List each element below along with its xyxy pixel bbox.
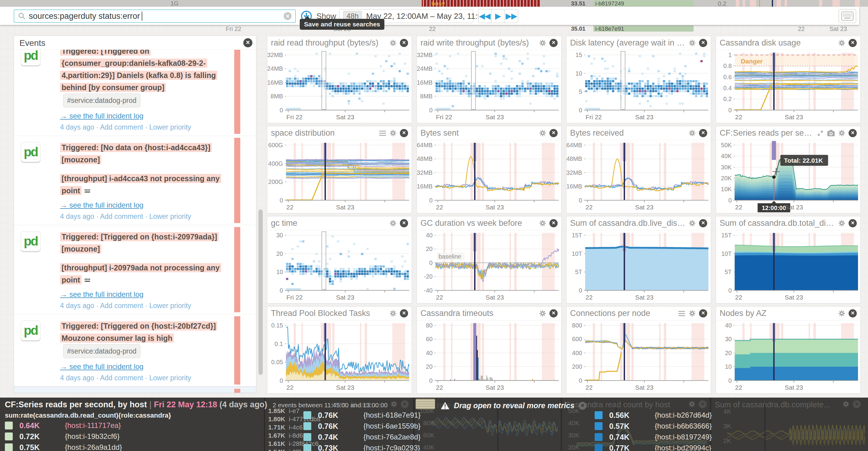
event-search-input[interactable]: sources:pagerduty status:error ×: [14, 9, 296, 23]
close-icon[interactable]: ×: [699, 400, 707, 408]
chart-plot-cassandra-timeouts[interactable]: 02040608022Sat 23: [417, 321, 561, 393]
drag-handle[interactable]: [416, 399, 435, 409]
legend-row[interactable]: 0.74K{host:i-76a2ae8d}: [303, 431, 421, 443]
close-icon[interactable]: ×: [243, 38, 252, 47]
gear-icon[interactable]: [539, 219, 547, 227]
more-icon[interactable]: [85, 279, 90, 282]
close-icon[interactable]: ×: [400, 129, 408, 137]
legend-row[interactable]: 0.72K{host:i-19b32cf6}: [5, 431, 122, 442]
gear-icon[interactable]: [842, 400, 850, 408]
chart-plot-sum-total-disk[interactable]: 05T10T15T22Sat 23: [716, 230, 860, 303]
event-tag[interactable]: #service:datadog-prod: [63, 93, 141, 108]
event-meta[interactable]: 4 days ago · Add comment · Lower priorit…: [60, 123, 229, 131]
close-icon[interactable]: ×: [848, 309, 857, 318]
keyboard-shortcuts-icon[interactable]: [839, 9, 856, 23]
gear-icon[interactable]: [688, 39, 696, 47]
legend-row[interactable]: 0.75K{host:i-26a9a1dd}: [5, 442, 122, 451]
svg-text:10T: 10T: [721, 250, 732, 257]
gear-icon[interactable]: [838, 219, 845, 227]
event-item[interactable]: pdTriggered: [Triggered on {host:i-20979…: [14, 225, 256, 314]
legend-row[interactable]: 0.76K{host:i-6ae1559b}: [303, 421, 421, 431]
gear-icon[interactable]: [688, 400, 696, 408]
time-forward-button[interactable]: ▶▶: [505, 9, 518, 23]
close-icon[interactable]: ×: [699, 39, 707, 47]
close-icon[interactable]: ×: [699, 129, 707, 137]
close-icon[interactable]: ×: [848, 219, 857, 227]
chart-plot-nodes-by-az[interactable]: 01020304022Sat 23: [716, 321, 860, 393]
close-icon[interactable]: ×: [400, 219, 408, 227]
gear-icon[interactable]: [389, 39, 397, 47]
gear-icon[interactable]: [389, 219, 397, 227]
chart-plot-bytes-sent[interactable]: 016MB32MB48MB64MB22Sat 23: [417, 140, 561, 213]
chart-plot-sum-live-disk[interactable]: 05T10T15T22Sat 23: [566, 230, 711, 303]
legend-row[interactable]: 0.64K{host:i-111717ea}: [5, 420, 122, 431]
chart-plot-raid-read-throughput[interactable]: 08MB16MB24MB32MBFri 22Sat 23: [267, 50, 412, 123]
close-icon[interactable]: ×: [853, 400, 861, 408]
gear-icon[interactable]: [838, 309, 845, 317]
chart-plot-gc-duration-vs-week[interactable]: -40-2002040baseline22Sat 23: [417, 230, 561, 303]
gear-icon[interactable]: [688, 309, 696, 317]
gear-icon[interactable]: [539, 309, 547, 317]
incident-log-link[interactable]: → see the full incident log: [60, 290, 229, 299]
list-icon[interactable]: [379, 130, 386, 137]
close-icon[interactable]: ×: [699, 219, 707, 227]
legend-row[interactable]: 0.73K{host:i-7c9a0293}: [303, 443, 421, 451]
incident-log-link[interactable]: → see the full incident log: [60, 362, 229, 371]
drag-open-banner[interactable]: Drag open to reveal more metrics ×: [440, 401, 586, 410]
more-icon[interactable]: [85, 189, 90, 193]
close-icon[interactable]: ×: [699, 309, 707, 318]
event-item[interactable]: pdTriggered: [Triggered on {consumer_gro…: [14, 387, 256, 393]
close-icon[interactable]: ×: [401, 400, 409, 408]
close-icon[interactable]: ×: [400, 39, 408, 47]
chart-plot-cassandra-disk-usage[interactable]: 00.20.40.60.81Danger22Sat 23: [716, 50, 860, 123]
close-icon[interactable]: ×: [550, 309, 558, 318]
gear-icon[interactable]: [539, 129, 547, 137]
gear-icon[interactable]: [389, 129, 397, 137]
legend-row[interactable]: 0.76K{host:i-618e7e91}: [303, 410, 421, 421]
gear-icon[interactable]: [688, 219, 696, 227]
event-item[interactable]: pdTriggered: [No data on {host:i-ad4cca4…: [14, 136, 256, 225]
gear-icon[interactable]: [390, 400, 398, 408]
close-icon[interactable]: ×: [848, 39, 857, 47]
gear-icon[interactable]: [838, 129, 845, 137]
close-icon[interactable]: ×: [579, 402, 586, 410]
legend-row[interactable]: 0.57K{host:i-b6b63666}: [595, 421, 712, 431]
legend-row[interactable]: 0.77K{host:i-bd29994c}: [595, 443, 712, 451]
time-back-button[interactable]: ◀◀: [478, 9, 492, 23]
close-icon[interactable]: ×: [550, 39, 558, 47]
list-icon[interactable]: [678, 310, 685, 317]
svg-text:22: 22: [735, 294, 742, 301]
clear-search-icon[interactable]: ×: [284, 12, 291, 20]
gear-icon[interactable]: [688, 129, 696, 137]
event-tag[interactable]: #service:datadog-prod: [63, 344, 141, 358]
events-scrollbar-thumb[interactable]: [258, 209, 263, 375]
gear-icon[interactable]: [838, 39, 845, 47]
chart-plot-disk-latency[interactable]: 051015Fri 22Sat 23: [566, 50, 711, 123]
chart-title-connections-per-node: Connections per node: [570, 309, 676, 318]
chart-plot-connections-per-node[interactable]: 020040060080022Sat 23: [566, 321, 711, 393]
chart-plot-space-distribution[interactable]: 0200G400G600G22Sat 23: [267, 140, 412, 213]
close-icon[interactable]: ×: [848, 129, 857, 137]
event-item[interactable]: pdTriggered: [Triggered on {host:i-20bf2…: [14, 314, 256, 387]
gear-icon[interactable]: [389, 309, 397, 317]
close-icon[interactable]: ×: [550, 219, 558, 227]
chart-plot-cf-series-reads[interactable]: 010K20K30K40K50KTotal: 22.01K12:00:0022S…: [716, 140, 860, 213]
expand-icon[interactable]: [817, 129, 824, 137]
chart-plot-gc-time[interactable]: 0102030Fri 22Sat 23: [267, 230, 412, 303]
event-item[interactable]: pdTriggered: [Triggered on {consumer_gro…: [14, 50, 256, 136]
event-meta[interactable]: 4 days ago · Add comment · Lower priorit…: [60, 374, 229, 382]
chart-plot-bytes-received[interactable]: 016MB32MB48MB64MB22Sat 23: [566, 140, 711, 213]
gear-icon[interactable]: [539, 39, 547, 47]
incident-log-link[interactable]: → see the full incident log: [60, 201, 229, 209]
close-icon[interactable]: ×: [400, 309, 408, 318]
event-meta[interactable]: 4 days ago · Add comment · Lower priorit…: [60, 212, 229, 221]
close-icon[interactable]: ×: [550, 129, 558, 137]
incident-log-link[interactable]: → see the full incident log: [60, 112, 229, 120]
time-play-button[interactable]: ▶: [492, 9, 505, 23]
event-meta[interactable]: 4 days ago · Add comment · Lower priorit…: [60, 302, 229, 310]
chart-plot-raid-write-throughput[interactable]: 08MB16MB24MB32MBFri 22Sat 23: [417, 50, 561, 123]
legend-row[interactable]: 0.74K{host:i-b8197249}: [595, 431, 712, 443]
legend-row[interactable]: 0.56K{host:i-b267d64d}: [595, 410, 712, 421]
camera-icon[interactable]: [827, 130, 835, 137]
chart-plot-thread-pool-blocked[interactable]: 00.050.10.1522Sat 23: [267, 321, 412, 393]
